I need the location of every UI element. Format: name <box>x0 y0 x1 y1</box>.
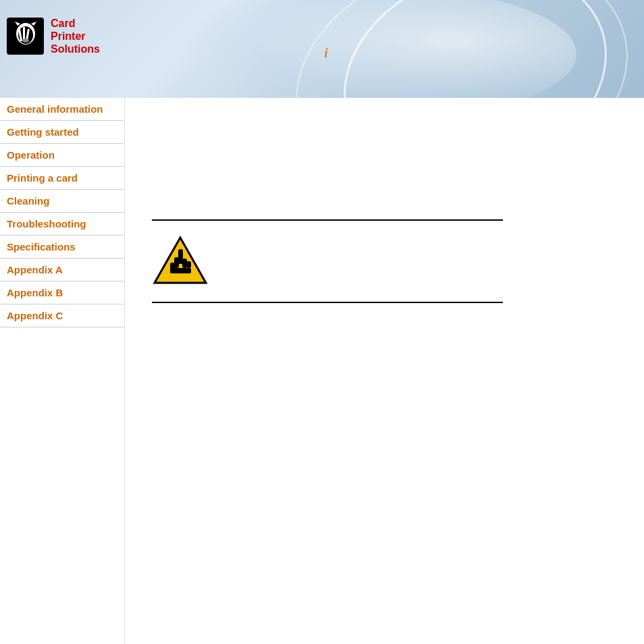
sidebar: General information Getting started Oper… <box>0 98 125 644</box>
warning-icon <box>152 234 209 288</box>
sidebar-item-troubleshooting[interactable]: Troubleshooting <box>0 213 124 236</box>
svg-point-6 <box>22 38 29 43</box>
header: Card Printer Solutions i <box>0 0 644 98</box>
sidebar-item-appendix-a[interactable]: Appendix A <box>0 259 124 281</box>
sidebar-item-appendix-b[interactable]: Appendix B <box>0 281 124 304</box>
sidebar-item-printing-a-card[interactable]: Printing a card <box>0 167 124 190</box>
zebra-logo-svg <box>9 20 42 53</box>
logo-line2: Printer <box>51 30 100 43</box>
svg-rect-13 <box>186 261 191 268</box>
sidebar-item-appendix-c[interactable]: Appendix C <box>0 304 124 327</box>
sidebar-item-general-information[interactable]: General information <box>0 98 124 121</box>
info-icon: i <box>324 44 328 61</box>
sidebar-item-specifications[interactable]: Specifications <box>0 236 124 259</box>
sidebar-item-operation[interactable]: Operation <box>0 144 124 167</box>
svg-rect-10 <box>178 249 183 264</box>
warning-container <box>152 221 617 302</box>
logo-text: Card Printer Solutions <box>51 17 100 56</box>
zebra-logo <box>7 18 44 55</box>
svg-rect-12 <box>182 259 187 268</box>
divider-bottom <box>152 302 503 303</box>
sidebar-item-cleaning[interactable]: Cleaning <box>0 190 124 213</box>
svg-rect-4 <box>23 27 25 41</box>
svg-rect-11 <box>174 257 179 268</box>
logo-container: Card Printer Solutions <box>7 17 100 56</box>
main-content <box>125 98 644 644</box>
logo-line3: Solutions <box>51 43 100 55</box>
sidebar-item-getting-started[interactable]: Getting started <box>0 121 124 144</box>
logo-line1: Card <box>51 17 100 30</box>
svg-rect-15 <box>170 268 191 273</box>
